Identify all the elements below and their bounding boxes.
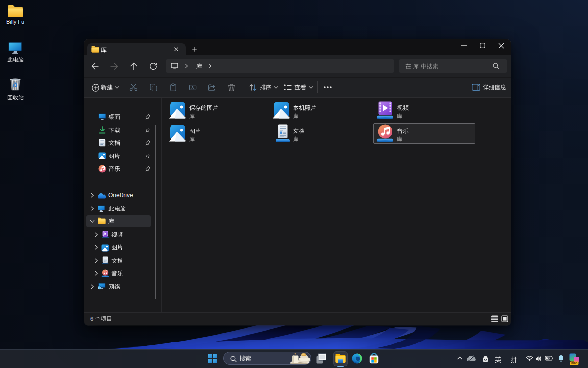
svg-text:PRO: PRO [571, 362, 578, 365]
